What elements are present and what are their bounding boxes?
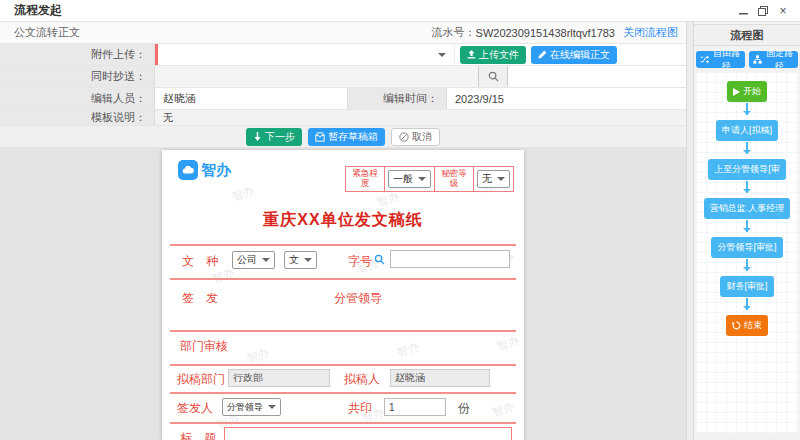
- flow-node-label: 结束: [744, 319, 762, 332]
- editor-label: 编辑人员：: [0, 88, 155, 109]
- title-input[interactable]: [224, 427, 512, 440]
- copies-label: 共印: [348, 400, 372, 417]
- search-icon: [488, 71, 499, 82]
- window-title: 流程发起: [0, 2, 734, 19]
- zihao-search-icon[interactable]: [374, 254, 385, 265]
- chevron-down-icon: [304, 258, 312, 262]
- watermark-text: 智办: [490, 399, 516, 421]
- copies-unit: 份: [458, 400, 470, 417]
- issuer-select[interactable]: 分管领导: [222, 398, 281, 416]
- logo-text: 智办: [201, 161, 231, 180]
- chevron-down-icon: [268, 405, 276, 409]
- watermark-text: 智办: [230, 183, 256, 205]
- window-titlebar: 流程发起 ×: [0, 0, 800, 22]
- flow-node-label: 分管领导[审批]: [717, 241, 776, 254]
- cc-input[interactable]: [155, 66, 478, 87]
- draft-box-icon: [315, 132, 325, 142]
- arrow-down-icon: [253, 132, 262, 141]
- free-path-button[interactable]: 自由路径: [696, 51, 745, 68]
- attachment-label: 附件上传：: [0, 44, 155, 65]
- flow-nodes: 开始申请人[拟稿]上至分管领导[审营销总监.人事经理分管领导[审批]财务[审批]…: [696, 73, 798, 433]
- serial-value: SW202309151438rltqvf1783: [476, 27, 615, 39]
- fixed-path-button[interactable]: 固定路径: [749, 51, 798, 68]
- divider: [170, 364, 516, 366]
- flow-arrow-down: [746, 220, 748, 232]
- cc-row: 同时抄送：: [0, 66, 686, 88]
- save-draft-button[interactable]: 暂存草稿箱: [308, 128, 385, 146]
- online-edit-button[interactable]: 在线编辑正文: [531, 46, 617, 64]
- document-subheader: 公文流转正文 流水号： SW202309151438rltqvf1783 关闭流…: [0, 22, 686, 44]
- cc-label: 同时抄送：: [0, 66, 155, 87]
- flow-node-step-5[interactable]: 财务[审批]: [720, 276, 773, 297]
- free-path-icon: [700, 55, 709, 64]
- app-logo: 智办: [178, 160, 231, 180]
- document-area: 智办智办智办智办智办智办智办智办智办智办智办智办 智办 紧急程度 一般 秘密等级…: [0, 148, 686, 440]
- doc-type-label: 文 种: [182, 253, 218, 270]
- edit-time-value: 2023/9/15: [447, 93, 504, 105]
- chevron-down-icon: [262, 258, 270, 262]
- close-icon[interactable]: ×: [774, 3, 792, 19]
- minimize-icon[interactable]: [734, 3, 752, 19]
- edit-time-label: 编辑时间：: [347, 88, 447, 109]
- flow-node-label: 上至分管领导[审: [714, 163, 780, 176]
- flow-arrow-down: [746, 181, 748, 193]
- dept-review-label: 部门审核: [180, 338, 228, 355]
- cancel-button[interactable]: 取消: [391, 128, 440, 146]
- cancel-icon: [399, 132, 409, 142]
- window-controls: ×: [734, 3, 800, 19]
- watermark-text: 智办: [495, 333, 521, 355]
- flow-arrow-down: [746, 259, 748, 271]
- document-title: 重庆XX单位发文稿纸: [162, 210, 524, 231]
- drafter-label: 拟稿人: [344, 371, 380, 388]
- flowchart-panel: 流程图 自由路径 固定路径 开始申请人[拟稿]上至分管领导[审营销总监.人事经理…: [694, 22, 800, 440]
- doc-type-select-2[interactable]: 文: [284, 251, 317, 269]
- chevron-down-icon: [418, 177, 426, 181]
- divider: [170, 422, 516, 424]
- play-icon: [733, 88, 740, 96]
- upload-file-button[interactable]: 上传文件: [460, 46, 526, 64]
- section-title: 公文流转正文: [0, 25, 432, 40]
- flow-node-end-6[interactable]: 结束: [726, 315, 768, 336]
- flow-node-step-1[interactable]: 申请人[拟稿]: [716, 120, 778, 141]
- attachment-row: 附件上传： 上传文件 在线编辑正文: [0, 44, 686, 66]
- secrecy-label: 秘密等级: [438, 169, 470, 189]
- template-row: 模板说明： 无: [0, 110, 686, 126]
- chevron-down-icon: [438, 53, 446, 57]
- urgency-select[interactable]: 一般: [388, 170, 431, 188]
- main-content: 公文流转正文 流水号： SW202309151438rltqvf1783 关闭流…: [0, 22, 686, 440]
- close-flowchart-link[interactable]: 关闭流程图: [623, 25, 678, 40]
- flow-node-step-2[interactable]: 上至分管领导[审: [708, 159, 786, 180]
- flow-node-step-3[interactable]: 营销总监.人事经理: [704, 198, 791, 219]
- restore-icon[interactable]: [754, 3, 772, 19]
- secrecy-select[interactable]: 无: [477, 170, 510, 188]
- editor-value: 赵晓涵: [155, 91, 196, 106]
- path-buttons: 自由路径 固定路径: [694, 46, 800, 73]
- zihao-label: 字号: [348, 253, 372, 270]
- watermark-text: 智办: [375, 189, 401, 211]
- flow-node-label: 开始: [743, 85, 761, 98]
- flow-node-step-4[interactable]: 分管领导[审批]: [711, 237, 782, 258]
- document-sheet: 智办智办智办智办智办智办智办智办智办智办智办智办 智办 紧急程度 一般 秘密等级…: [162, 150, 524, 440]
- template-value: 无: [155, 111, 173, 125]
- cc-search-button[interactable]: [478, 66, 508, 87]
- zihao-input[interactable]: [390, 250, 510, 268]
- restart-icon: [732, 321, 741, 330]
- panel-splitter[interactable]: [686, 22, 694, 440]
- doc-type-select-1[interactable]: 公司: [232, 251, 275, 269]
- drafter-input: [390, 369, 490, 387]
- watermark-text: 智办: [395, 339, 421, 361]
- upload-icon: [467, 50, 476, 59]
- template-label: 模板说明：: [0, 110, 155, 125]
- flow-arrow-down: [746, 103, 748, 115]
- issuer-label: 签发人: [177, 400, 213, 417]
- flow-node-start-0[interactable]: 开始: [727, 81, 767, 102]
- copies-input[interactable]: [384, 398, 446, 416]
- serial-label: 流水号：: [432, 25, 476, 40]
- flow-node-label: 财务[审批]: [726, 280, 767, 293]
- flow-node-label: 营销总监.人事经理: [710, 202, 785, 215]
- attachment-select[interactable]: [155, 44, 455, 65]
- urgency-label: 紧急程度: [349, 169, 381, 189]
- flow-arrow-down: [746, 142, 748, 154]
- flow-node-label: 申请人[拟稿]: [722, 124, 772, 137]
- next-step-button[interactable]: 下一步: [246, 128, 302, 146]
